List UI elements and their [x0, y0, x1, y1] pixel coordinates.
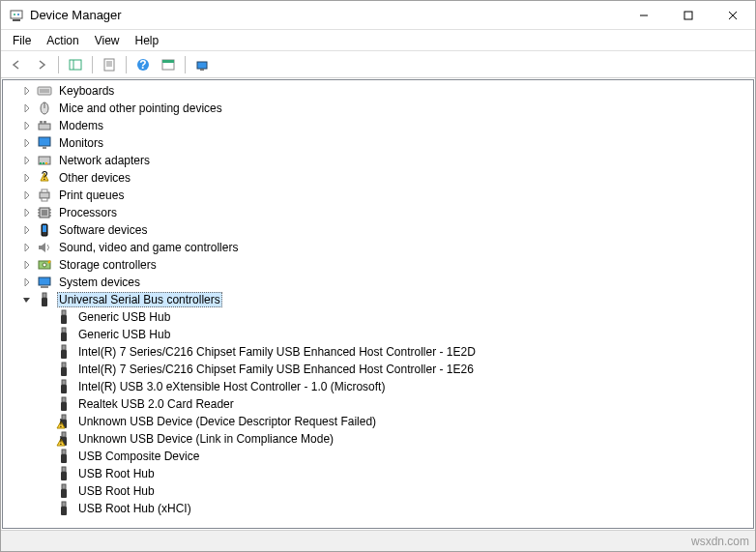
- chevron-right-icon[interactable]: [20, 119, 34, 132]
- tree-device[interactable]: USB Root Hub: [3, 465, 753, 482]
- usb-icon: [36, 292, 53, 307]
- tree-category[interactable]: Processors: [3, 204, 753, 221]
- tree-category[interactable]: Universal Serial Bus controllers: [3, 291, 753, 308]
- usb-icon-warning: !: [55, 431, 73, 447]
- tree-device[interactable]: Intel(R) USB 3.0 eXtensible Host Control…: [3, 378, 753, 395]
- chevron-right-icon[interactable]: [20, 241, 34, 254]
- tree-category-label: Modems: [57, 119, 105, 132]
- tree-category[interactable]: Sound, video and game controllers: [3, 239, 753, 256]
- tree-device-label: Unknown USB Device (Device Descriptor Re…: [76, 415, 378, 428]
- usb-icon: [55, 501, 73, 516]
- menu-file[interactable]: File: [5, 32, 39, 49]
- chevron-right-icon[interactable]: [20, 102, 34, 115]
- svg-rect-19: [200, 69, 204, 71]
- tree-device-label: Generic USB Hub: [76, 310, 172, 324]
- tree-device[interactable]: !Unknown USB Device (Link in Compliance …: [3, 430, 753, 448]
- tree-category[interactable]: System devices: [3, 274, 753, 291]
- statusbar: wsxdn.com: [1, 530, 755, 551]
- chevron-right-icon[interactable]: [20, 84, 34, 98]
- tree-device[interactable]: Generic USB Hub: [3, 326, 753, 343]
- svg-text:?: ?: [139, 58, 146, 72]
- tree-device[interactable]: Intel(R) 7 Series/C216 Chipset Family US…: [3, 343, 753, 361]
- scan-button[interactable]: [157, 54, 180, 75]
- tree-device[interactable]: USB Composite Device: [3, 448, 753, 465]
- modem-icon: [36, 118, 53, 133]
- toolbar-separator: [185, 56, 186, 73]
- tree-device[interactable]: USB Root Hub (xHCI): [3, 500, 753, 517]
- tree-category[interactable]: Print queues: [3, 187, 753, 204]
- svg-rect-18: [197, 62, 207, 69]
- help-button[interactable]: ?: [131, 54, 155, 75]
- svg-rect-55: [62, 310, 66, 315]
- chevron-right-icon[interactable]: [20, 276, 34, 289]
- tree-device[interactable]: Intel(R) 7 Series/C216 Chipset Family US…: [3, 361, 753, 378]
- svg-rect-35: [40, 192, 49, 198]
- tree-category-label: System devices: [57, 276, 142, 289]
- svg-rect-0: [11, 11, 22, 18]
- chevron-right-icon[interactable]: [20, 206, 34, 219]
- chevron-right-icon[interactable]: [20, 258, 34, 272]
- svg-rect-17: [162, 60, 174, 63]
- toolbar-separator: [92, 56, 93, 73]
- svg-rect-75: [62, 467, 66, 472]
- properties-button[interactable]: [98, 54, 121, 75]
- titlebar: Device Manager: [1, 1, 755, 30]
- svg-rect-65: [62, 397, 66, 402]
- tree-category[interactable]: Network adapters: [3, 152, 753, 169]
- tree-category[interactable]: Modems: [3, 117, 753, 134]
- svg-rect-52: [41, 286, 48, 288]
- tree-category[interactable]: Mice and other pointing devices: [3, 100, 753, 117]
- software-icon: [36, 222, 53, 238]
- tree-device[interactable]: !Unknown USB Device (Device Descriptor R…: [3, 413, 753, 430]
- tree-category-label: Storage controllers: [57, 258, 159, 272]
- back-button[interactable]: [5, 54, 28, 75]
- tree-category[interactable]: Monitors: [3, 134, 753, 152]
- tree-device-label: USB Root Hub: [76, 467, 157, 480]
- usb-icon: [55, 466, 73, 481]
- menu-help[interactable]: Help: [128, 32, 167, 49]
- svg-rect-76: [61, 472, 67, 480]
- svg-point-2: [14, 14, 15, 15]
- chevron-down-icon[interactable]: [20, 293, 34, 306]
- svg-rect-54: [42, 298, 47, 306]
- show-hidden-button[interactable]: [190, 54, 214, 75]
- system-icon: [36, 275, 53, 290]
- minimize-button[interactable]: [622, 1, 666, 30]
- tree-device[interactable]: USB Root Hub: [3, 482, 753, 500]
- toolbar-separator: [126, 56, 127, 73]
- show-hide-tree-button[interactable]: [64, 54, 87, 75]
- network-icon: [36, 153, 53, 168]
- printer-icon: [36, 188, 53, 203]
- svg-rect-47: [43, 225, 46, 232]
- chevron-right-icon[interactable]: [20, 154, 34, 167]
- tree-category[interactable]: Keyboards: [3, 82, 753, 100]
- usb-icon: [55, 379, 73, 394]
- svg-rect-8: [70, 60, 81, 70]
- tree-category-label: Monitors: [57, 136, 105, 150]
- svg-rect-58: [61, 333, 67, 341]
- tree-category-label: Mice and other pointing devices: [57, 102, 224, 115]
- maximize-button[interactable]: [666, 1, 711, 30]
- tree-category[interactable]: Storage controllers: [3, 256, 753, 274]
- menu-action[interactable]: Action: [39, 32, 86, 49]
- sound-icon: [36, 240, 53, 255]
- tree-device[interactable]: Generic USB Hub: [3, 308, 753, 326]
- menu-view[interactable]: View: [87, 32, 128, 49]
- forward-button[interactable]: [30, 54, 53, 75]
- device-tree[interactable]: KeyboardsMice and other pointing devices…: [2, 79, 754, 529]
- svg-rect-79: [62, 502, 66, 507]
- tree-device-label: USB Root Hub (xHCI): [76, 502, 193, 515]
- tree-category[interactable]: Software devices: [3, 221, 753, 239]
- tree-device-label: Unknown USB Device (Link in Compliance M…: [76, 432, 335, 446]
- close-button[interactable]: [711, 1, 755, 30]
- app-icon: [9, 8, 24, 23]
- mouse-icon: [36, 101, 53, 116]
- chevron-right-icon[interactable]: [20, 136, 34, 150]
- tree-device[interactable]: Realtek USB 2.0 Card Reader: [3, 395, 753, 413]
- svg-rect-36: [42, 189, 47, 192]
- chevron-right-icon[interactable]: [20, 223, 34, 237]
- tree-category[interactable]: ?Other devices: [3, 169, 753, 187]
- chevron-right-icon[interactable]: [20, 189, 34, 202]
- tree-category-label: Processors: [57, 206, 119, 219]
- chevron-right-icon[interactable]: [20, 171, 34, 185]
